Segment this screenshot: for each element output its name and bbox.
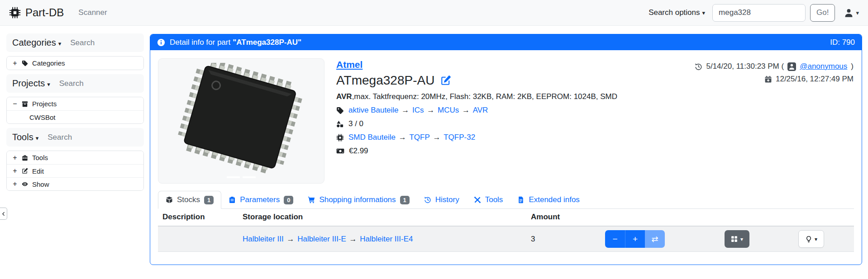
tree-expander-icon[interactable]: − [12,100,18,108]
user-menu-dropdown[interactable]: ▾ [844,8,859,18]
user-icon [844,8,854,18]
sidebar-section-header-projects: Projects▾ [6,74,144,93]
breadcrumb-link[interactable]: TQFP [409,133,429,142]
sidebar-search-input[interactable] [59,79,127,88]
tab-label: History [435,195,459,204]
breadcrumb-link[interactable]: MCUs [438,106,459,114]
chevron-left-icon [1,211,6,217]
tab-count-badge: 0 [284,196,293,204]
chevron-down-icon: ▾ [856,9,859,16]
breadcrumb-link[interactable]: Halbleiter III-E4 [360,235,413,243]
arrow-separator: → [400,106,411,114]
tab-parameters[interactable]: Parameters0 [221,191,300,208]
part-detail-card: Detail info for part "ATmega328P-AU" ID:… [150,34,862,265]
header-text: Detail info for part [170,38,230,47]
search-input[interactable] [712,4,806,22]
tree-item-label: Edit [32,167,44,175]
sidebar-item-categories[interactable]: +Categories [7,57,143,70]
footprint-breadcrumb: SMD Bauteile → TQFP → TQFP-32 [348,133,475,142]
arrow-separator: → [347,235,359,243]
tree-expander-icon[interactable]: + [12,154,18,162]
app-brand[interactable]: Part-DB [9,6,64,19]
chevron-down-icon: ▾ [702,9,706,16]
user-avatar-icon [787,62,796,71]
search-go-button[interactable]: Go! [810,4,835,22]
table-header-row: Description Storage location Amount [158,208,854,227]
cell-amount: 3 [531,235,605,244]
col-header-storage-location: Storage location [243,213,531,222]
toolbox-icon [22,155,28,161]
sidebar-item-tools[interactable]: +Tools [7,151,143,164]
tab-label: Shopping informations [319,195,396,204]
stocks-table: Description Storage location Amount Halb… [158,208,854,252]
box-icon [166,196,173,203]
history-icon [424,196,431,203]
breadcrumb-link[interactable]: AVR [473,106,488,114]
calendar-plus-icon [764,76,772,83]
price-line: €2.99 [336,147,617,156]
manufacturer-link[interactable]: Atmel [336,59,362,70]
sidebar-item-projects[interactable]: −Projects [7,97,143,110]
tree-expander-icon[interactable]: + [12,180,18,188]
breadcrumb-link[interactable]: ICs [412,106,424,114]
sidebar-item-show[interactable]: +Show [7,177,143,190]
breadcrumb-link[interactable]: aktive Bauteile [348,106,399,114]
arrow-separator: → [396,133,408,142]
part-price: €2.99 [349,147,368,156]
sidebar-tree-projects: −ProjectsCWSBot [6,97,144,124]
sidebar-collapse-toggle[interactable] [0,208,7,220]
tab-label: Stocks [177,195,200,204]
col-header-amount: Amount [531,213,605,222]
image-carousel-indicators[interactable] [227,176,256,178]
modified-user-link[interactable]: @anonymous [800,62,847,71]
sidebar-section-title[interactable]: Projects▾ [12,78,50,89]
tab-label: Extended infos [529,195,579,204]
stock-line: 3 / 0 [336,119,617,128]
tab-tools[interactable]: Tools [467,191,510,208]
clipboard-icon [229,196,236,203]
sidebar: Categories▾+CategoriesProjects▾−Projects… [0,26,150,194]
move-stock-button[interactable]: ⇄ [645,230,665,248]
part-image[interactable] [158,58,324,184]
file-icon [517,196,525,203]
tree-expander-icon[interactable]: + [12,167,18,175]
cart-icon [308,196,315,203]
sidebar-item-cwsbot[interactable]: CWSBot [7,110,143,123]
tab-count-badge: 1 [204,196,214,204]
part-details: Atmel ATmega328P-AU AVR,max. Taktfrequen… [336,59,617,156]
withdraw-stock-button[interactable]: − [605,230,625,248]
part-db-app: Part-DB Scanner Search options▾ Go! ▾ Ca… [0,0,868,279]
view-options-dropdown[interactable]: ▾ [725,230,749,248]
tab-extended-infos[interactable]: Extended infos [510,191,587,208]
breadcrumb-link[interactable]: TQFP-32 [444,133,475,142]
tree-expander-icon[interactable]: + [12,59,18,67]
add-stock-button[interactable]: + [625,230,645,248]
part-meta: 5/14/20, 11:30:23 PM ( @anonymous ) 12/2… [695,60,854,85]
breadcrumb-link[interactable]: Halbleiter III [243,235,284,243]
sidebar-item-edit[interactable]: +Edit [7,164,143,177]
breadcrumb-link[interactable]: SMD Bauteile [348,133,396,142]
last-modified-line: 5/14/20, 11:30:23 PM ( @anonymous ) [695,60,854,73]
tab-shopping-informations[interactable]: Shopping informations1 [300,191,416,208]
tag-icon [336,107,344,114]
tab-history[interactable]: History [417,191,467,208]
sidebar-section-title[interactable]: Tools▾ [12,132,38,142]
cell-actions: − + ⇄ ▾ ▾ [605,230,849,248]
sidebar-search-input[interactable] [70,38,138,47]
stock-summary: 3 / 0 [348,119,363,128]
header-part-name: "ATmega328P-AU" [233,38,301,47]
tab-label: Parameters [240,195,280,204]
sidebar-section-title[interactable]: Categories▾ [12,38,61,48]
history-icon [695,63,702,71]
sidebar-search-input[interactable] [48,133,115,142]
tab-stocks[interactable]: Stocks1 [158,191,221,209]
cell-storage-location: Halbleiter III → Halbleiter III-E → Halb… [243,235,531,244]
breadcrumb-link[interactable]: Halbleiter III-E [297,235,346,243]
chevron-down-icon: ▾ [36,135,39,142]
search-options-dropdown[interactable]: Search options▾ [649,8,705,17]
edit-part-icon[interactable] [440,75,451,86]
part-detail-header: Detail info for part "ATmega328P-AU" ID:… [150,34,862,50]
microchip-icon [9,7,21,19]
nav-link-scanner[interactable]: Scanner [78,8,107,17]
label-dropdown[interactable]: ▾ [798,230,824,248]
